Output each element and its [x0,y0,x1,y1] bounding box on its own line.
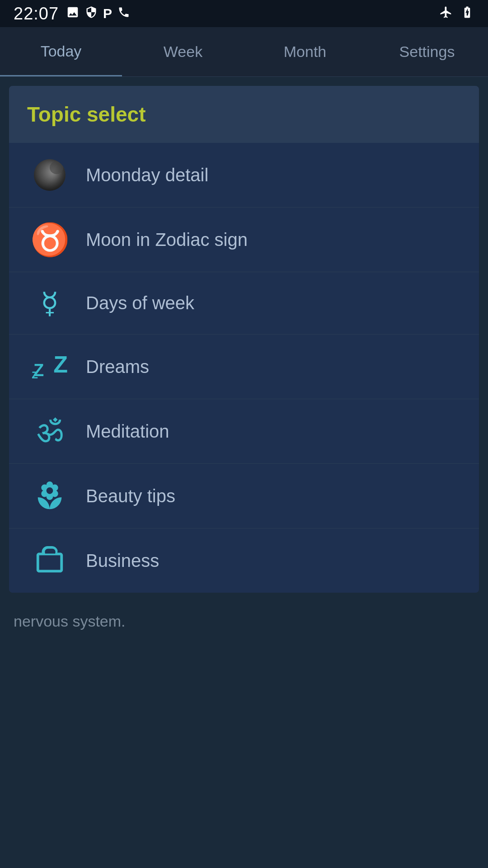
list-item-dreams[interactable]: Z Z z Dreams [9,335,479,399]
battery-icon [460,5,474,22]
tab-settings[interactable]: Settings [366,27,488,76]
phone-icon [117,6,130,22]
taurus-icon: ♉ [27,224,72,255]
status-left: 22:07 P [14,4,130,24]
moonday-detail-label: Moonday detail [86,165,208,185]
status-bar: 22:07 P [0,0,488,27]
moon-icon [27,159,72,191]
list-item-meditation[interactable]: ॐ Meditation [9,399,479,464]
tab-today[interactable]: Today [0,27,122,76]
meditation-label: Meditation [86,421,169,442]
list-item-beauty-tips[interactable]: Beauty tips [9,464,479,528]
business-label: Business [86,551,159,571]
topic-panel: Topic select Moonday detail ♉ Moon in Zo… [9,86,479,593]
topic-list: Moonday detail ♉ Moon in Zodiac sign ☿ D… [9,143,479,593]
tab-month[interactable]: Month [244,27,366,76]
parking-icon: P [103,6,112,21]
image-icon [66,5,80,22]
status-icons: P [66,5,130,22]
beauty-tips-label: Beauty tips [86,486,175,506]
topic-title: Topic select [27,103,145,126]
airplane-icon [439,5,453,22]
mercury-icon: ☿ [27,288,72,318]
list-item-business[interactable]: Business [9,528,479,593]
days-week-label: Days of week [86,293,194,313]
zzz-icon: Z Z z [27,351,72,382]
main-content: Topic select Moonday detail ♉ Moon in Zo… [0,77,488,602]
om-icon: ॐ [27,415,72,447]
topic-header: Topic select [9,86,479,143]
status-right [439,5,474,22]
bottom-text: nervous system. [0,602,488,641]
list-item-moon-zodiac[interactable]: ♉ Moon in Zodiac sign [9,208,479,272]
dreams-label: Dreams [86,357,149,377]
nav-tabs: Today Week Month Settings [0,27,488,77]
moon-zodiac-label: Moon in Zodiac sign [86,230,248,250]
list-item-days-week[interactable]: ☿ Days of week [9,272,479,335]
list-item-moonday-detail[interactable]: Moonday detail [9,143,479,208]
tab-week[interactable]: Week [122,27,244,76]
flower-icon [27,480,72,512]
briefcase-icon [27,545,72,576]
status-time: 22:07 [14,4,59,24]
shield-icon [85,6,98,22]
